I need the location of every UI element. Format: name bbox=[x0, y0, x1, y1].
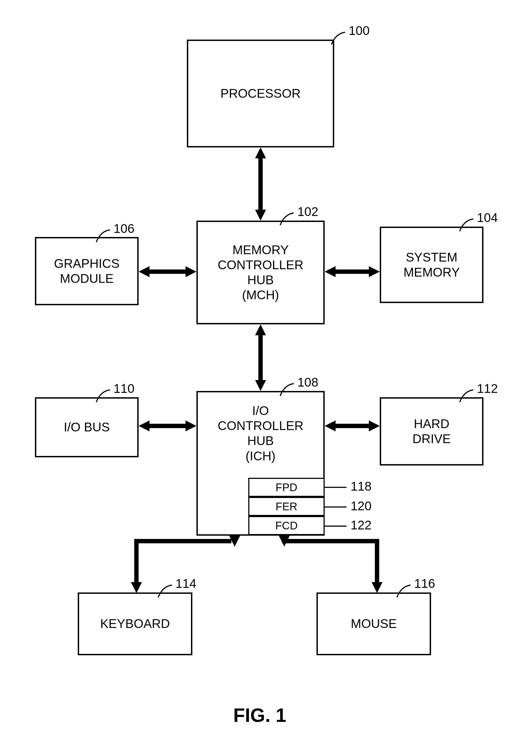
svg-marker-4 bbox=[255, 324, 266, 391]
fer-ref-line bbox=[325, 506, 346, 508]
arrow-graphics-mch bbox=[139, 266, 196, 277]
iobus-ref-tick bbox=[95, 387, 111, 404]
keyboard-label: KEYBOARD bbox=[100, 616, 170, 631]
mch-ref-tick bbox=[279, 210, 295, 227]
processor-ref-tick bbox=[330, 30, 346, 46]
hdd-ref-tick bbox=[458, 387, 475, 404]
fcd-ref-line bbox=[325, 525, 346, 527]
sysmem-ref: 104 bbox=[477, 210, 498, 225]
mouse-block: MOUSE bbox=[317, 592, 431, 655]
hdd-ref: 112 bbox=[477, 381, 498, 396]
fcd-ref: 122 bbox=[351, 518, 371, 532]
processor-ref: 100 bbox=[349, 23, 370, 38]
fcd-block: FCD bbox=[248, 516, 325, 535]
arrow-ich-mouse bbox=[279, 536, 393, 595]
arrow-ich-keyboard bbox=[125, 536, 240, 595]
mch-ref: 102 bbox=[297, 204, 318, 219]
fpd-block: FPD bbox=[248, 478, 325, 497]
arrow-mch-sysmem bbox=[325, 266, 380, 277]
iobus-block: I/O BUS bbox=[35, 397, 139, 457]
arrow-processor-mch bbox=[255, 148, 266, 221]
svg-rect-14 bbox=[282, 539, 379, 543]
graphics-label: GRAPHICS MODULE bbox=[54, 256, 119, 286]
sysmem-label: SYSTEM MEMORY bbox=[403, 250, 460, 280]
svg-marker-3 bbox=[255, 148, 266, 221]
fer-block: FER bbox=[248, 497, 325, 516]
graphics-ref: 106 bbox=[114, 221, 135, 236]
ich-ref: 108 bbox=[297, 375, 318, 390]
sysmem-block: SYSTEM MEMORY bbox=[380, 227, 483, 303]
sysmem-ref-tick bbox=[458, 216, 475, 232]
mouse-label: MOUSE bbox=[351, 616, 397, 631]
ich-ref-tick bbox=[279, 381, 295, 397]
fer-label: FER bbox=[276, 500, 297, 513]
svg-marker-6 bbox=[325, 266, 380, 277]
svg-rect-12 bbox=[134, 539, 139, 584]
keyboard-block: KEYBOARD bbox=[78, 592, 192, 655]
svg-marker-16 bbox=[371, 582, 383, 593]
mch-label: MEMORY CONTROLLER HUB (MCH) bbox=[218, 242, 303, 303]
svg-marker-7 bbox=[139, 420, 196, 431]
svg-rect-11 bbox=[134, 539, 231, 543]
figure-label: FIG. 1 bbox=[233, 704, 286, 726]
fpd-ref: 118 bbox=[351, 479, 371, 494]
fpd-ref-line bbox=[325, 486, 346, 489]
iobus-label: I/O BUS bbox=[64, 419, 110, 435]
fcd-label: FCD bbox=[275, 520, 298, 532]
svg-marker-5 bbox=[139, 266, 196, 277]
graphics-block: GRAPHICS MODULE bbox=[35, 237, 139, 305]
fpd-label: FPD bbox=[276, 481, 297, 494]
fer-ref: 120 bbox=[351, 499, 371, 513]
svg-rect-15 bbox=[375, 539, 379, 584]
graphics-ref-tick bbox=[95, 227, 111, 244]
iobus-ref: 110 bbox=[114, 381, 135, 396]
hdd-label: HARD DRIVE bbox=[413, 416, 451, 446]
processor-block: PROCESSOR bbox=[187, 40, 334, 148]
processor-label: PROCESSOR bbox=[220, 86, 301, 101]
arrow-mch-ich bbox=[255, 324, 266, 391]
svg-marker-8 bbox=[325, 420, 380, 431]
hdd-block: HARD DRIVE bbox=[380, 397, 483, 466]
arrow-iobus-ich bbox=[139, 420, 196, 431]
diagram-canvas: PROCESSOR 100 MEMORY CONTROLLER HUB (MCH… bbox=[0, 0, 532, 756]
ich-label: I/O CONTROLLER HUB (ICH) bbox=[218, 403, 303, 464]
mouse-ref: 116 bbox=[414, 576, 435, 591]
mch-block: MEMORY CONTROLLER HUB (MCH) bbox=[196, 221, 325, 324]
mouse-ref-tick bbox=[395, 582, 412, 599]
arrow-ich-hdd bbox=[325, 420, 380, 431]
